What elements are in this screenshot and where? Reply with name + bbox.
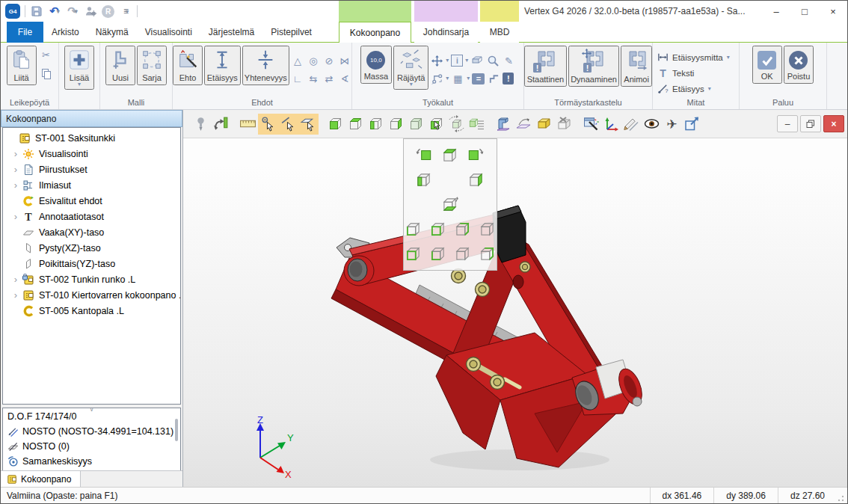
iso-view-6-icon[interactable]	[428, 244, 447, 263]
distance-pair-constraint-icon[interactable]: ⇄	[322, 73, 336, 85]
spin-top-icon[interactable]	[440, 146, 460, 165]
constraints-panel[interactable]: ∨ D.O.F 174/174/0 NOSTO (NOSTO-34.4991=1…	[2, 408, 181, 471]
mass-button[interactable]: 10,0 Massa	[360, 46, 392, 84]
expand-chevron-icon[interactable]: ›	[10, 165, 21, 175]
parallel-constraint-icon[interactable]: ⇆	[307, 73, 320, 85]
table-icon[interactable]: ▦	[451, 73, 464, 85]
iso-view-5-icon[interactable]	[404, 244, 423, 263]
visibility-icon[interactable]	[642, 114, 662, 135]
view-right-icon[interactable]	[386, 114, 406, 135]
window-zoom-icon[interactable]	[581, 114, 601, 135]
iso-view-2-icon[interactable]	[428, 219, 447, 239]
concentric-constraint-icon[interactable]: ◎	[307, 55, 320, 67]
customize-toolbar-icon[interactable]: ≡▾	[119, 4, 132, 19]
ribbon-tab[interactable]: Näkymä	[87, 22, 137, 43]
viewport-restore-button[interactable]	[800, 115, 821, 132]
tree-item[interactable]: › Poikittais(YZ)-taso	[3, 256, 180, 271]
text-annotation-button[interactable]: T Teksti	[657, 66, 694, 80]
ribbon-tab[interactable]: Pistepilvet	[262, 22, 320, 43]
tree-item[interactable]: › ST-010 Kiertovarren kokoonpano .L	[3, 287, 180, 303]
ok-button[interactable]: OK	[752, 46, 782, 84]
iso-view-4-icon[interactable]	[478, 219, 497, 239]
expand-chevron-icon[interactable]: ›	[10, 149, 21, 159]
minimize-button[interactable]: –	[762, 1, 790, 22]
select-face-icon[interactable]	[298, 114, 319, 135]
coordinate-axes-icon[interactable]	[601, 114, 621, 135]
roll-right-icon[interactable]	[467, 170, 486, 190]
tree-item[interactable]: › ST-005 Kantopala .L	[3, 303, 180, 319]
tilt-up-icon[interactable]	[440, 194, 460, 214]
viewport-minimize-button[interactable]: –	[777, 115, 798, 132]
exit-button[interactable]: Poistu	[784, 46, 814, 84]
animate-collision-button[interactable]: Animoi	[621, 46, 652, 87]
orbit-view-icon[interactable]	[446, 114, 467, 135]
constraint-item[interactable]: NOSTO (0)	[3, 439, 180, 454]
tab-johdinsarja[interactable]: Johdinsarja	[414, 22, 478, 43]
constraint-item[interactable]: NOSTO (NOSTO-34.4991=104.131)	[3, 424, 180, 439]
dynamic-collision-button[interactable]: Dynaaminen	[568, 46, 619, 87]
select-edge-icon[interactable]	[278, 114, 298, 135]
model-display-icon[interactable]	[494, 114, 514, 135]
perpendicular-constraint-icon[interactable]: ∟	[291, 73, 304, 85]
tab-kokoonpano[interactable]: Kokoonpano	[339, 22, 411, 43]
collapse-panel-icon[interactable]: ∨	[89, 408, 94, 413]
named-views-icon[interactable]	[467, 114, 487, 135]
roll-left-icon[interactable]	[414, 170, 434, 190]
distance-dimension-button[interactable]: Etäisyysmitta ▾	[657, 50, 730, 64]
cut-icon[interactable]: ✂	[40, 49, 53, 61]
series-button[interactable]: Sarja	[137, 46, 167, 85]
view-left-icon[interactable]	[366, 114, 386, 135]
add-component-button[interactable]: Lisää ▾	[64, 46, 94, 90]
viewport-close-button[interactable]: ×	[823, 115, 844, 132]
tree-item[interactable]: › Ilmiasut	[3, 177, 180, 193]
share-view-icon[interactable]	[682, 114, 702, 135]
assembly-tree[interactable]: › ST-001 Saksitunkki › Visualisointi › P…	[2, 127, 181, 405]
reorient-view-icon[interactable]	[211, 114, 231, 135]
iso-view-1-icon[interactable]	[404, 219, 423, 239]
expand-chevron-icon[interactable]: ›	[10, 290, 21, 301]
user-settings-icon[interactable]	[84, 4, 97, 19]
new-button[interactable]: Uusi	[105, 46, 135, 85]
warnings-icon[interactable]: !	[503, 73, 514, 84]
rotate-ccw-icon[interactable]	[415, 146, 434, 165]
tree-item[interactable]: › Piirustukset	[3, 162, 180, 177]
ribbon-tab[interactable]: Arkisto	[43, 22, 87, 43]
explode-button[interactable]: Räjäytä ▾	[393, 46, 428, 90]
tree-item[interactable]: › Annotaatiotasot	[3, 209, 180, 224]
distance-constraint-button[interactable]: Etäisyys	[204, 46, 241, 85]
ribbon-tab[interactable]: File	[7, 22, 43, 43]
ribbon-tab[interactable]: Järjestelmä	[200, 22, 262, 43]
kinematics-icon[interactable]	[430, 73, 443, 85]
save-icon[interactable]	[30, 4, 43, 19]
iso-view-3-icon[interactable]	[453, 219, 472, 239]
pin-icon[interactable]	[191, 114, 211, 135]
info-icon[interactable]: i	[451, 55, 463, 67]
clip-off-icon[interactable]	[554, 114, 574, 135]
tree-item[interactable]: › Vaaka(XY)-taso	[3, 224, 180, 240]
undo-icon[interactable]: ↶▾	[48, 4, 61, 19]
flythrough-icon[interactable]	[662, 114, 682, 135]
paste-button[interactable]: Liitä	[7, 46, 37, 85]
constraint-button[interactable]: Ehto	[173, 46, 203, 85]
angle-constraint-icon[interactable]: △	[291, 55, 304, 67]
copy-icon[interactable]	[40, 67, 53, 80]
edit-icon[interactable]: ✎	[502, 55, 515, 67]
ribbon-tab[interactable]: Visualisointi	[137, 22, 200, 43]
redo-icon[interactable]: ↷▾	[66, 4, 79, 19]
constraint-item[interactable]: Samankeskisyys	[3, 454, 180, 469]
view-iso-icon[interactable]	[406, 114, 426, 135]
close-button[interactable]: ×	[819, 1, 847, 22]
view-top-icon[interactable]	[345, 114, 366, 135]
viewport-canvas[interactable]: Z Y X	[183, 138, 847, 487]
zoom-part-icon[interactable]	[486, 55, 500, 67]
measure-distance-button[interactable]: Etäisyys ▾	[657, 82, 711, 96]
measure-icon[interactable]	[621, 114, 642, 135]
recent-icon[interactable]: R	[102, 5, 114, 18]
pick-view-icon[interactable]	[426, 114, 446, 135]
view-front-icon[interactable]	[325, 114, 345, 135]
expand-chevron-icon[interactable]: ›	[10, 212, 21, 222]
maximize-button[interactable]: □	[790, 1, 819, 22]
tab-kokoonpano-panel[interactable]: Kokoonpano	[1, 471, 81, 487]
tree-item[interactable]: › ST-001 Saksitunkki	[3, 130, 180, 146]
section-view-icon[interactable]	[514, 114, 534, 135]
